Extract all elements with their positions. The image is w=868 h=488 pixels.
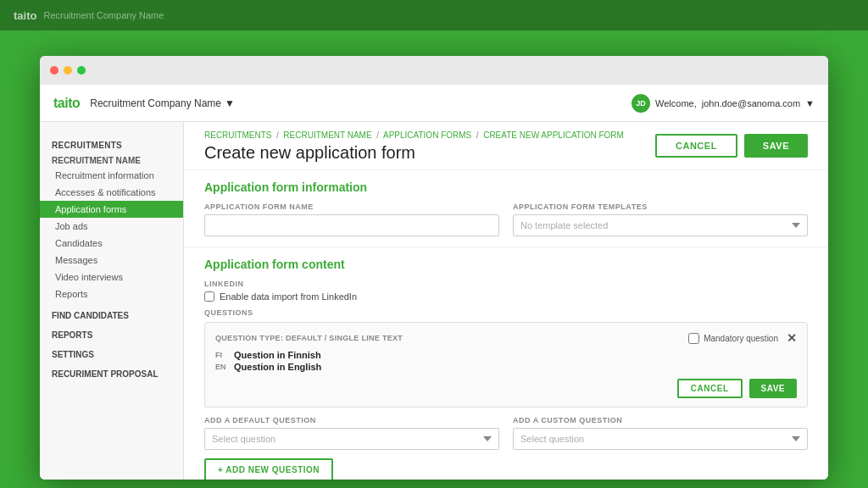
linkedin-checkbox-label: Enable data import from LinkedIn: [220, 291, 357, 302]
user-chevron-icon[interactable]: ▼: [805, 98, 815, 108]
sidebar-item-recruitment-info[interactable]: Recruitment information: [40, 167, 183, 184]
form-name-group: APPLICATION FORM NAME: [204, 202, 499, 236]
form-name-input[interactable]: [204, 214, 499, 236]
close-dot[interactable]: [50, 66, 58, 75]
form-template-select[interactable]: No template selected: [513, 214, 808, 236]
add-custom-label: ADD A CUSTOM QUESTION: [513, 416, 808, 424]
question-en-row: EN Question in English: [215, 362, 797, 372]
form-info-section: Application form information APPLICATION…: [184, 170, 828, 247]
form-name-label: APPLICATION FORM NAME: [204, 202, 499, 211]
question-card-header: QUESTION TYPE: DEFAULT / SINGLE LINE TEX…: [215, 331, 797, 345]
app-logo: taito: [53, 96, 80, 111]
app-header: taito Recruitment Company Name ▼ JD Welc…: [40, 85, 828, 122]
add-default-label: ADD A DEFAULT QUESTION: [204, 416, 499, 424]
question-card-actions: Mandatory question ✕: [688, 331, 797, 345]
sidebar-item-application-forms[interactable]: Application forms: [40, 201, 183, 218]
question-langs: FI Question in Finnish EN Question in En…: [215, 350, 797, 372]
sidebar-item-reports[interactable]: Reports: [40, 286, 183, 302]
mandatory-checkbox[interactable]: [688, 333, 699, 344]
sidebar-item-reports-top[interactable]: REPORTS: [40, 325, 183, 345]
question-en-text: Question in English: [234, 362, 321, 372]
page-actions: CANCEL SAVE: [655, 134, 808, 158]
sidebar: RECRUITMENTS RECRUITMENT NAME Recruitmen…: [40, 122, 184, 480]
linkedin-label: LINKEDIN: [204, 280, 808, 288]
sidebar-section-recruitments: RECRUITMENTS: [40, 136, 183, 152]
page-header: RECRUITMENTS / RECRUITMENT NAME / APPLIC…: [184, 122, 828, 170]
avatar: JD: [632, 94, 650, 113]
sidebar-item-recruitment-proposal[interactable]: RECURIMENT PROPOSAL: [40, 364, 183, 384]
question-type-label: QUESTION TYPE: DEFAULT / SINGLE LINE TEX…: [215, 334, 403, 342]
top-bar-text: Recruitment Company Name: [43, 10, 164, 20]
breadcrumb-create-new: CREATE NEW APPLICATION FORM: [483, 130, 624, 140]
user-email: john.doe@sanoma.com: [702, 98, 800, 108]
browser-chrome: [40, 56, 828, 85]
mandatory-label: Mandatory question: [704, 334, 778, 343]
sidebar-item-job-ads[interactable]: Job ads: [40, 218, 183, 235]
minimize-dot[interactable]: [64, 66, 72, 75]
add-default-select[interactable]: Select question: [204, 428, 499, 450]
linkedin-section: LINKEDIN Enable data import from LinkedI…: [204, 280, 808, 302]
linkedin-checkbox[interactable]: [204, 291, 214, 302]
form-template-label: APPLICATION FORM TEMPLATES: [513, 202, 808, 211]
question-card-footer: CANCEL SAVE: [215, 379, 797, 398]
chevron-down-icon: ▼: [225, 97, 235, 109]
breadcrumb: RECRUITMENTS / RECRUITMENT NAME / APPLIC…: [204, 130, 624, 140]
breadcrumb-application-forms[interactable]: APPLICATION FORMS: [383, 130, 471, 140]
mandatory-check: Mandatory question: [688, 333, 778, 344]
sidebar-item-video-interviews[interactable]: Video interviews: [40, 269, 183, 286]
questions-label: QUESTIONS: [204, 308, 808, 317]
question-fi-text: Question in Finnish: [234, 350, 321, 360]
cancel-button[interactable]: CANCEL: [655, 134, 737, 158]
lang-fi-badge: FI: [215, 351, 227, 359]
form-content-section: Application form content LINKEDIN Enable…: [184, 247, 828, 480]
sidebar-sub-recruitment-name: RECRUITMENT NAME: [40, 152, 183, 167]
form-info-title: Application form information: [204, 180, 808, 194]
lang-en-badge: EN: [215, 363, 227, 371]
sidebar-item-accesses[interactable]: Accesses & notifications: [40, 184, 183, 201]
sidebar-item-find-candidates[interactable]: FIND CANDIDATES: [40, 306, 183, 325]
question-card: QUESTION TYPE: DEFAULT / SINGLE LINE TEX…: [204, 322, 808, 408]
add-question-row: ADD A DEFAULT QUESTION Select question A…: [204, 416, 808, 450]
form-content-title: Application form content: [204, 258, 808, 271]
add-default-question-group: ADD A DEFAULT QUESTION Select question: [204, 416, 499, 450]
user-welcome: Welcome,: [655, 98, 697, 108]
maximize-dot[interactable]: [77, 66, 86, 75]
sidebar-item-settings[interactable]: SETTINGS: [40, 345, 183, 364]
question-cancel-button[interactable]: CANCEL: [677, 379, 743, 398]
main-content: RECRUITMENTS / RECRUITMENT NAME / APPLIC…: [184, 122, 828, 480]
add-custom-question-group: ADD A CUSTOM QUESTION Select question: [513, 416, 808, 450]
sidebar-item-messages[interactable]: Messages: [40, 252, 183, 269]
form-template-group: APPLICATION FORM TEMPLATES No template s…: [513, 202, 808, 236]
question-save-button[interactable]: SAVE: [749, 379, 798, 398]
add-new-question-button[interactable]: + ADD NEW QUESTION: [204, 458, 333, 480]
save-button[interactable]: SAVE: [744, 134, 808, 158]
company-name-dropdown[interactable]: Recruitment Company Name ▼: [90, 97, 235, 109]
sidebar-item-candidates[interactable]: Candidates: [40, 235, 183, 252]
breadcrumb-recruitment-name[interactable]: RECRUITMENT NAME: [283, 130, 371, 140]
page-title: Create new application form: [204, 143, 624, 163]
breadcrumb-recruitments[interactable]: RECRUITMENTS: [204, 130, 271, 140]
linkedin-checkbox-row: Enable data import from LinkedIn: [204, 291, 808, 302]
question-fi-row: FI Question in Finnish: [215, 350, 797, 360]
top-bar-logo: taito: [14, 9, 36, 22]
user-info: JD Welcome, john.doe@sanoma.com ▼: [632, 94, 815, 113]
add-custom-select[interactable]: Select question: [513, 428, 808, 450]
question-close-button[interactable]: ✕: [787, 331, 797, 345]
